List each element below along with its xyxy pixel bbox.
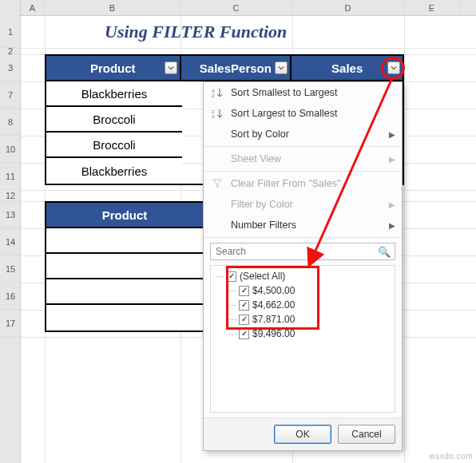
cell-product[interactable]: Blackberries — [46, 81, 182, 107]
filter-dropdown-button[interactable] — [387, 61, 400, 74]
filter-value-row[interactable]: ⋯ $4,500.00 — [214, 283, 391, 298]
sort-desc-icon: ZA — [210, 108, 224, 119]
empty-cell[interactable] — [46, 279, 203, 305]
funnel-clear-icon — [210, 178, 224, 189]
filter-value-row[interactable]: ⋯ $7,871.00 — [214, 312, 391, 326]
cell-product[interactable]: Broccoli — [46, 133, 182, 158]
ok-button[interactable]: OK — [274, 425, 331, 444]
header-label: Product — [102, 208, 148, 222]
separator — [204, 237, 402, 238]
row-header[interactable]: 17 — [0, 310, 21, 337]
tree-toggle-icon[interactable]: ⋯ — [216, 272, 223, 281]
tree-branch-icon: ⋯ — [228, 301, 236, 310]
row-header[interactable]: 14 — [0, 228, 21, 255]
row-header[interactable]: 8 — [0, 109, 21, 136]
tree-label: $4,500.00 — [252, 285, 295, 296]
sort-color-item[interactable]: Sort by Color ▶ — [204, 124, 402, 144]
row-header[interactable]: 13 — [0, 201, 21, 228]
empty-cell[interactable] — [46, 305, 203, 330]
watermark: wsxdn.com — [429, 452, 473, 461]
column-header[interactable]: E — [404, 0, 460, 16]
column-header[interactable]: B — [45, 0, 180, 16]
menu-label: Number Filters — [231, 220, 296, 231]
menu-label: Sheet View — [231, 153, 281, 164]
checkbox[interactable] — [239, 315, 249, 325]
select-all-row[interactable]: ⋯ (Select All) — [214, 269, 391, 283]
cell-product[interactable]: Blackberries — [46, 158, 182, 184]
clear-filter-item: Clear Filter From "Sales" — [204, 173, 402, 194]
svg-text:A: A — [212, 114, 215, 119]
filter-dropdown-button[interactable] — [165, 61, 177, 74]
column-header[interactable]: A — [21, 0, 45, 16]
row-header[interactable]: 7 — [0, 81, 21, 109]
data-table-2: Product — [45, 201, 204, 332]
row-header[interactable]: 1 — [0, 16, 21, 48]
filter-dropdown-button[interactable] — [275, 61, 288, 74]
cancel-button[interactable]: Cancel — [338, 425, 395, 444]
filter-value-row[interactable]: ⋯ $4,662.00 — [214, 298, 391, 312]
column-header-row: A B C D E — [21, 0, 476, 16]
checkbox[interactable] — [239, 286, 249, 296]
checkbox[interactable] — [239, 329, 249, 339]
row-header[interactable]: 16 — [0, 283, 21, 310]
chevron-right-icon: ▶ — [389, 155, 395, 164]
row-header[interactable]: 3 — [0, 54, 21, 81]
tree-label: $9,496.00 — [252, 328, 295, 339]
column-header-salesperson[interactable]: SalesPerson — [181, 56, 292, 81]
number-filters-item[interactable]: Number Filters ▶ — [204, 215, 402, 235]
column-header[interactable]: D — [292, 0, 404, 16]
checkbox[interactable] — [226, 271, 236, 282]
filter-search-wrap: 🔍 — [204, 239, 402, 263]
tree-branch-icon: ⋯ — [228, 330, 236, 338]
empty-cell[interactable] — [46, 254, 203, 279]
row-header-gutter: 1 2 3 7 8 10 11 12 13 14 15 16 17 — [0, 0, 21, 463]
menu-footer: OK Cancel — [204, 417, 402, 450]
separator — [204, 146, 402, 147]
chevron-down-icon — [168, 65, 174, 71]
sort-asc-item[interactable]: AZ Sort Smallest to Largest — [204, 82, 402, 103]
filter-values-tree[interactable]: ⋯ (Select All) ⋯ $4,500.00 ⋯ $4,662.00 ⋯… — [210, 265, 395, 413]
row-header[interactable]: 15 — [0, 255, 21, 283]
svg-text:Z: Z — [212, 93, 215, 98]
filter-search-input[interactable] — [210, 243, 395, 260]
column-header-product[interactable]: Product — [46, 56, 181, 81]
row-header[interactable]: 11 — [0, 163, 21, 190]
checkbox[interactable] — [239, 300, 249, 311]
separator — [204, 171, 402, 172]
column-header[interactable]: C — [180, 0, 292, 16]
sort-desc-item[interactable]: ZA Sort Largest to Smallest — [204, 103, 402, 124]
cell-product[interactable]: Broccoli — [46, 107, 182, 133]
tree-branch-icon: ⋯ — [228, 315, 236, 324]
row-header[interactable]: 12 — [0, 190, 21, 201]
column-header-product-2[interactable]: Product — [46, 203, 203, 228]
tree-branch-icon: ⋯ — [228, 287, 236, 295]
tree-label: (Select All) — [240, 271, 285, 282]
row-header[interactable]: 10 — [0, 136, 21, 163]
menu-label: Clear Filter From "Sales" — [231, 178, 340, 189]
sheet-view-item: Sheet View ▶ — [204, 148, 402, 169]
menu-label: Sort by Color — [231, 129, 289, 140]
tree-label: $7,871.00 — [252, 314, 295, 325]
page-title: Using FILTER Function — [105, 22, 287, 42]
menu-label: Sort Largest to Smallest — [231, 108, 337, 119]
header-label: SalesPerson — [200, 61, 272, 75]
autofilter-menu: AZ Sort Smallest to Largest ZA Sort Larg… — [203, 81, 403, 451]
filter-value-row[interactable]: ⋯ $9,496.00 — [214, 326, 391, 341]
chevron-right-icon: ▶ — [389, 130, 395, 139]
chevron-down-icon — [391, 65, 397, 71]
tree-label: $4,662.00 — [252, 299, 295, 311]
chevron-right-icon: ▶ — [389, 221, 395, 230]
chevron-right-icon: ▶ — [389, 200, 395, 209]
menu-label: Filter by Color — [231, 199, 293, 210]
header-label: Product — [90, 61, 136, 75]
sort-asc-icon: AZ — [210, 87, 224, 98]
header-label: Sales — [331, 61, 363, 75]
empty-cell[interactable] — [46, 228, 203, 254]
menu-label: Sort Smallest to Largest — [231, 87, 337, 98]
filter-color-item: Filter by Color ▶ — [204, 194, 402, 215]
column-header-sales[interactable]: Sales — [292, 56, 403, 81]
row-header[interactable]: 2 — [0, 48, 21, 54]
chevron-down-icon — [278, 65, 284, 71]
